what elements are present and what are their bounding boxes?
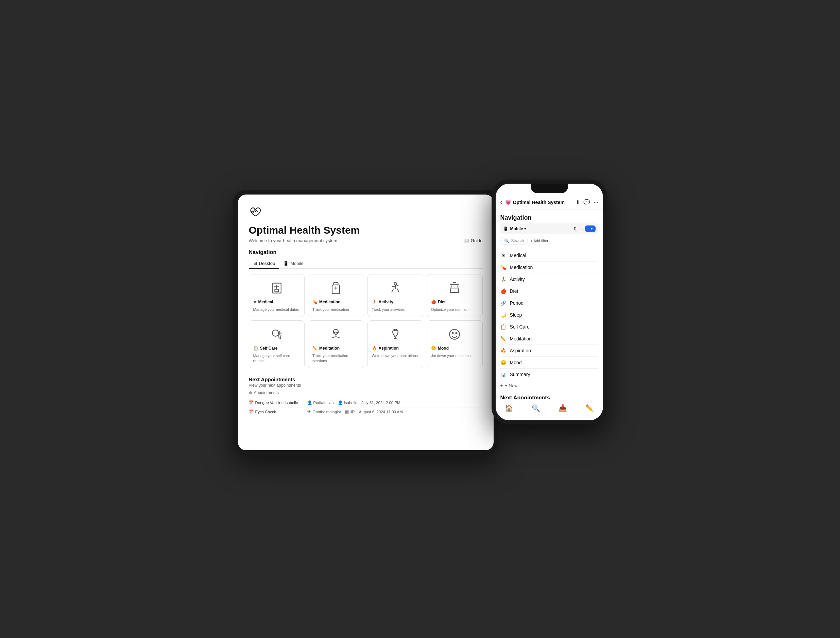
home-icon: 🏠	[505, 404, 513, 412]
appointments-link-icon: ⊕	[249, 390, 252, 395]
meditation-icon	[328, 327, 343, 342]
card-diet[interactable]: 🍎 Diet Optimize your nutrition	[426, 274, 483, 317]
period-nav-icon: 🔗	[501, 300, 507, 306]
nav-item-medication[interactable]: 💊 Medication	[501, 261, 598, 274]
nav-item-aspiration[interactable]: 🔥 Aspiration	[501, 345, 598, 357]
nav-item-medical[interactable]: ✳ Medical	[501, 250, 598, 261]
medical-card-icon: ✳	[253, 299, 257, 304]
scene: Optimal Health System Welcome to your he…	[233, 180, 607, 458]
doctor-icon: 👤	[307, 400, 312, 405]
sort-icon[interactable]: ⇅	[573, 226, 577, 231]
more-button[interactable]: ···	[594, 199, 598, 206]
svg-line-23	[281, 335, 281, 339]
nav-item-mood[interactable]: 😊 Mood	[501, 357, 598, 369]
card-medical[interactable]: ✳ Medical Manage your medical datas	[249, 274, 305, 317]
tablet-device: Optimal Health System Welcome to your he…	[233, 190, 498, 455]
activity-icon	[388, 280, 403, 296]
book-icon: 📖	[464, 238, 469, 243]
medication-nav-icon: 💊	[501, 264, 507, 270]
bottom-nav-inbox[interactable]: 📥	[549, 403, 576, 413]
appointments-link[interactable]: ⊕ Appointments	[249, 390, 483, 395]
card-selfcare[interactable]: 📋 Self Care Manage your self care routin…	[249, 320, 305, 368]
add-filter-btn[interactable]: + Add filter	[531, 239, 548, 243]
nav-item-period[interactable]: 🔗 Period	[501, 297, 598, 309]
mood-nav-icon: 😊	[501, 360, 507, 365]
search-bottom-icon: 🔍	[532, 404, 540, 412]
back-button[interactable]: ‹	[501, 199, 502, 206]
diet-nav-icon: 🍎	[501, 288, 507, 294]
diet-icon	[447, 280, 462, 296]
nav-dropdown[interactable]: Mobile ▾	[510, 226, 526, 231]
phone-content: Navigation 📱 Mobile ▾ ⇅ ··· + ▾	[496, 209, 603, 399]
nav-item-summary[interactable]: 📊 Summary	[501, 369, 598, 380]
tablet-logo-area	[249, 206, 483, 218]
bottom-nav-edit[interactable]: ✏️	[576, 403, 603, 413]
phone-device: ‹ 💗 Optimal Health System ⬆ 💬 ··· Naviga…	[491, 180, 607, 424]
meditation-nav-icon: ✏️	[501, 336, 507, 342]
appointment-row-1: 📅 Dengue Vaccine Isabelle 👤 Pediatrician…	[249, 398, 483, 407]
bottom-nav-home[interactable]: 🏠	[496, 403, 523, 413]
card-medication[interactable]: 💊 Medication Track your medication	[308, 274, 364, 317]
page-title: Optimal Health System	[249, 225, 483, 236]
page-subtitle: Welcome to your health management system	[249, 238, 338, 243]
card-activity[interactable]: 🏃 Activity Track your activities	[368, 274, 423, 317]
grid-icon: ▦	[345, 410, 349, 414]
medical-nav-icon: ✳	[501, 253, 507, 258]
summary-nav-icon: 📊	[501, 372, 507, 377]
bottom-nav-search[interactable]: 🔍	[523, 403, 549, 413]
medication-card-icon: 💊	[313, 299, 317, 304]
selfcare-nav-icon: 📋	[501, 324, 507, 329]
new-item-btn[interactable]: + + New	[501, 380, 598, 391]
chevron-down-icon: ▾	[524, 227, 526, 231]
nav-item-activity[interactable]: 🏃 Activity	[501, 274, 598, 285]
edit-icon: ✏️	[586, 404, 594, 412]
card-mood[interactable]: 😊 Mood Jot down your emotions	[426, 320, 483, 368]
search-bar[interactable]: 🔍 Search	[501, 237, 528, 245]
aspiration-nav-icon: 🔥	[501, 348, 507, 353]
svg-point-19	[272, 330, 278, 336]
svg-line-12	[392, 289, 394, 293]
svg-line-22	[278, 335, 279, 339]
eye-icon: 👁	[307, 410, 311, 414]
card-aspiration[interactable]: 🔥 Aspiration Write down your aspirations	[368, 320, 423, 368]
tablet-screen: Optimal Health System Welcome to your he…	[238, 195, 494, 450]
svg-point-27	[337, 332, 338, 333]
meditation-card-icon: ✏️	[313, 346, 317, 351]
nav-item-selfcare[interactable]: 📋 Self Care	[501, 321, 598, 333]
comment-button[interactable]: 💬	[583, 199, 590, 206]
nav-item-sleep[interactable]: 🌙 Sleep	[501, 309, 598, 321]
phone-filter-row: 🔍 Search + Add filter	[501, 237, 598, 245]
tab-mobile[interactable]: 📱 Mobile	[279, 259, 307, 269]
svg-line-13	[397, 289, 399, 293]
dots-icon[interactable]: ···	[579, 226, 583, 231]
mobile-device-icon: 📱	[503, 226, 508, 231]
phone-notch	[531, 184, 568, 193]
phone-bottom-nav: 🏠 🔍 📥 ✏️	[496, 399, 603, 420]
mood-icon	[447, 327, 462, 342]
phone-app-title: 💗 Optimal Health System	[505, 199, 573, 205]
card-meditation[interactable]: ✏️ Meditation Track your meditation sess…	[308, 320, 364, 368]
guide-link[interactable]: 📖 Guide	[464, 238, 483, 243]
mobile-icon: 📱	[283, 261, 289, 266]
add-button[interactable]: + ▾	[585, 225, 595, 232]
svg-rect-3	[275, 290, 278, 292]
svg-point-30	[452, 332, 453, 334]
selfcare-card-icon: 📋	[253, 346, 258, 351]
appointments-section: Next Appointments View your next appoint…	[249, 377, 483, 416]
nav-item-meditation[interactable]: ✏️ Meditation	[501, 333, 598, 345]
nav-item-diet[interactable]: 🍎 Diet	[501, 285, 598, 297]
sleep-nav-icon: 🌙	[501, 312, 507, 318]
tab-desktop[interactable]: 🖥 Desktop	[249, 259, 279, 269]
svg-line-15	[450, 286, 452, 293]
phone-screen: ‹ 💗 Optimal Health System ⬆ 💬 ··· Naviga…	[496, 184, 603, 420]
phone-appointments: Next Appointments View your next appoint…	[501, 395, 598, 399]
share-button[interactable]: ⬆	[576, 199, 580, 206]
calendar-icon-2: 📅	[249, 410, 254, 414]
appointment-row-2: 📅 Eyes Check 👁 Ophthalmologist ▦ JR Augu…	[249, 407, 483, 416]
phone-header-actions: ⬆ 💬 ···	[576, 199, 598, 206]
svg-point-31	[456, 332, 457, 334]
phone-nav-row: 📱 Mobile ▾ ⇅ ··· + ▾	[501, 223, 598, 234]
search-icon: 🔍	[504, 238, 509, 243]
nav-section-title: Navigation	[249, 249, 483, 255]
svg-point-9	[394, 283, 396, 285]
